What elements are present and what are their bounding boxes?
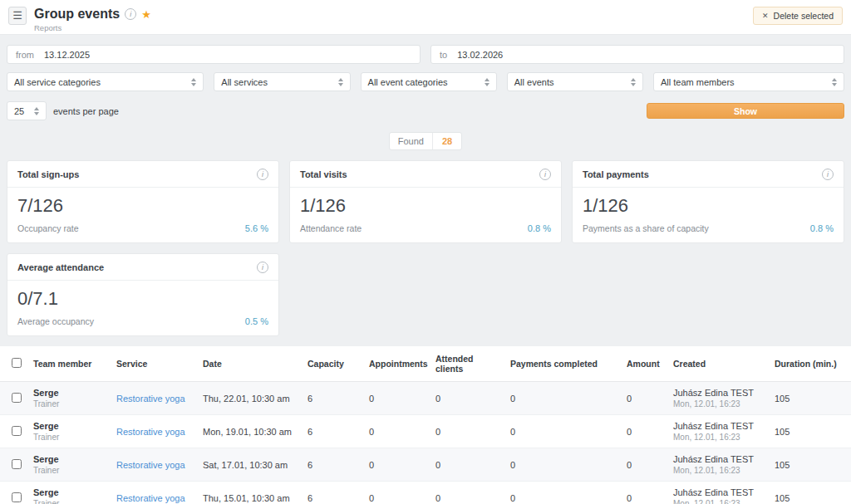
table-body: Serge Trainer Restorative yoga Thu, 22.0… (0, 382, 851, 504)
date-from-label: from (7, 50, 44, 60)
duration-value: 105 (770, 482, 851, 504)
events-select[interactable]: All events (507, 72, 643, 91)
created-at: Mon, 12.01, 16:23 (673, 433, 765, 442)
created-by: Juhász Edina TEST (673, 487, 765, 497)
attended-clients-value: 0 (430, 382, 505, 415)
amount-value: 0 (622, 415, 668, 448)
service-link[interactable]: Restorative yoga (116, 493, 185, 503)
stat-value: 1/126 (583, 195, 834, 217)
team-member-role: Trainer (33, 399, 106, 409)
title-info-icon[interactable]: i (125, 8, 136, 20)
delete-selected-button[interactable]: ✕ Delete selected (753, 7, 843, 25)
row-checkbox[interactable] (12, 393, 22, 403)
col-team-member: Team member (28, 346, 111, 382)
col-created: Created (668, 346, 770, 382)
payments-completed-value: 0 (505, 382, 622, 415)
stat-label: Average occupancy (17, 316, 94, 326)
date-to-input[interactable] (457, 50, 844, 60)
dropdown-arrows-icon (338, 78, 343, 86)
team-member-name: Serge (33, 388, 106, 398)
amount-value: 0 (622, 382, 668, 415)
team-member-role: Trainer (33, 499, 106, 504)
per-page-label: events per page (53, 106, 119, 116)
found-badge: Found 28 (389, 132, 462, 150)
capacity-value: 6 (303, 482, 364, 504)
info-icon[interactable]: i (257, 262, 268, 273)
stat-card-total-visits: Total visits i 1/126 Attendance rate 0.8… (289, 160, 562, 243)
col-payments-completed: Payments completed (505, 346, 622, 382)
capacity-value: 6 (303, 415, 364, 448)
col-capacity: Capacity (303, 346, 364, 382)
duration-value: 105 (770, 415, 851, 448)
stat-card-total-payments: Total payments i 1/126 Payments as a sha… (572, 160, 844, 243)
show-button[interactable]: Show (647, 103, 844, 119)
created-at: Mon, 12.01, 16:23 (673, 499, 765, 504)
stat-label: Occupancy rate (17, 223, 79, 233)
table-row: Serge Trainer Restorative yoga Thu, 22.0… (0, 382, 851, 415)
created-by: Juhász Edina TEST (673, 454, 765, 464)
service-categories-select[interactable]: All service categories (7, 72, 204, 91)
row-checkbox[interactable] (12, 426, 22, 436)
table-row: Serge Trainer Restorative yoga Sat, 17.0… (0, 448, 851, 482)
duration-value: 105 (770, 382, 851, 415)
payments-completed-value: 0 (505, 482, 622, 504)
dropdown-arrows-icon (832, 78, 837, 86)
stat-card-total-signups: Total sign-ups i 7/126 Occupancy rate 5.… (7, 160, 279, 243)
team-members-value: All team members (661, 77, 735, 87)
page-title: Group events (34, 7, 120, 22)
stat-label: Payments as a share of capacity (583, 223, 709, 233)
capacity-value: 6 (303, 382, 364, 415)
dropdown-arrows-icon (191, 78, 196, 86)
info-icon[interactable]: i (257, 169, 268, 180)
title-block: Group events i ★ Reports (34, 7, 151, 32)
select-all-checkbox[interactable] (12, 358, 22, 368)
event-categories-select[interactable]: All event categories (361, 72, 497, 91)
info-icon[interactable]: i (539, 169, 551, 180)
duration-value: 105 (770, 448, 851, 482)
per-page-select[interactable]: 25 (7, 101, 47, 120)
team-members-select[interactable]: All team members (653, 72, 844, 91)
stat-title: Average attendance (17, 262, 104, 272)
col-appointments: Appointments (364, 346, 430, 382)
stat-title: Total sign-ups (17, 169, 79, 179)
payments-completed-value: 0 (505, 415, 622, 448)
created-by: Juhász Edina TEST (673, 388, 765, 398)
event-date: Sat, 17.01, 10:30 am (198, 448, 303, 482)
team-member-role: Trainer (33, 466, 106, 475)
date-from-input[interactable] (44, 50, 420, 60)
date-from-field[interactable]: from (7, 45, 421, 64)
found-label: Found (390, 133, 433, 149)
stat-percent: 0.8 % (528, 223, 551, 233)
event-date: Thu, 15.01, 10:30 am (198, 482, 303, 504)
appointments-value: 0 (364, 415, 430, 448)
info-icon[interactable]: i (822, 169, 834, 180)
col-service: Service (111, 346, 198, 382)
per-page-value: 25 (14, 106, 24, 116)
delete-selected-label: Delete selected (774, 11, 834, 21)
found-count: 28 (433, 133, 461, 149)
service-link[interactable]: Restorative yoga (116, 394, 185, 404)
service-link[interactable]: Restorative yoga (116, 460, 185, 470)
top-bar: ☰ Group events i ★ Reports ✕ Delete sele… (0, 0, 851, 35)
row-checkbox[interactable] (12, 459, 22, 469)
table-row: Serge Trainer Restorative yoga Thu, 15.0… (0, 482, 851, 504)
services-value: All services (221, 77, 268, 87)
service-link[interactable]: Restorative yoga (116, 427, 185, 437)
stats-cards: Total sign-ups i 7/126 Occupancy rate 5.… (0, 150, 851, 336)
stat-title: Total payments (583, 169, 649, 179)
attended-clients-value: 0 (430, 482, 505, 504)
dropdown-arrows-icon (485, 78, 489, 86)
table-row: Serge Trainer Restorative yoga Mon, 19.0… (0, 415, 851, 448)
services-select[interactable]: All services (214, 72, 350, 91)
stat-percent: 0.5 % (245, 316, 268, 326)
stat-percent: 5.6 % (245, 223, 268, 233)
attended-clients-value: 0 (430, 415, 505, 448)
date-to-label: to (431, 50, 457, 60)
amount-value: 0 (622, 448, 668, 482)
menu-icon[interactable]: ☰ (8, 7, 27, 25)
favorite-star-icon[interactable]: ★ (141, 8, 151, 21)
row-checkbox[interactable] (12, 492, 22, 502)
stat-percent: 0.8 % (810, 223, 834, 233)
created-by: Juhász Edina TEST (673, 421, 765, 431)
date-to-field[interactable]: to (430, 45, 844, 64)
